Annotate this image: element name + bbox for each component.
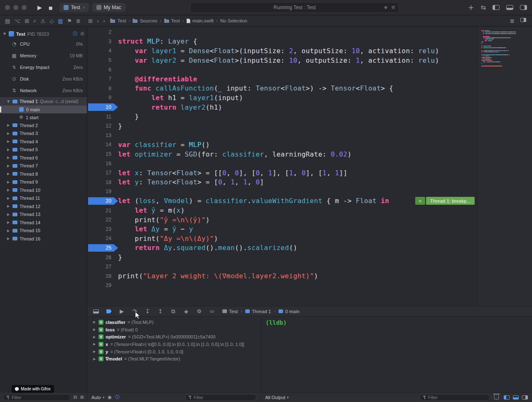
step-out-button[interactable]: ↥ xyxy=(157,308,164,315)
report-navigator-button[interactable]: ≣ xyxy=(76,18,81,24)
code-line-24[interactable]: 24 print("Δy =\n\(Δy)") xyxy=(87,234,477,243)
code-line-2[interactable]: 2 xyxy=(87,27,477,37)
sidebar-item-thread-7[interactable]: Thread 7 xyxy=(0,162,87,170)
breakpoint-marker[interactable]: 10 xyxy=(87,103,118,112)
disclosure-triangle-icon[interactable] xyxy=(92,328,96,331)
activate-breakpoints-button[interactable] xyxy=(105,308,113,315)
view-mode-button[interactable] xyxy=(80,395,84,400)
toggle-inspector-button[interactable] xyxy=(520,5,527,10)
code-line-18[interactable]: 18let y: Tensor<Float> = [0, 1, 1, 0] xyxy=(87,178,477,187)
code-line-14[interactable]: 14var classifier = MLP() xyxy=(87,140,477,150)
code-line-4[interactable]: 4 var layer1 = Dense<Float>(inputSize: 2… xyxy=(87,46,477,56)
breadcrumb-item[interactable]: Test xyxy=(110,18,126,23)
code-line-19[interactable]: 19 xyxy=(87,187,477,196)
sidebar-item-thread-5[interactable]: Thread 5 xyxy=(0,146,87,154)
code-line-8[interactable]: 8 func callAsFunction(_ input: Tensor<Fl… xyxy=(87,84,477,93)
toggle-debug-area-button[interactable] xyxy=(506,5,513,10)
disclosure-triangle-icon[interactable] xyxy=(92,342,96,346)
project-navigator-button[interactable]: ▤ xyxy=(5,18,10,24)
variable-row[interactable]: Voptimizer= (SGD<Test.MLP>) 0x000000011c… xyxy=(87,333,261,341)
code-line-7[interactable]: 7 @differentiable xyxy=(87,74,477,84)
disclosure-triangle-icon[interactable] xyxy=(6,204,10,208)
sidebar-item-thread-15[interactable]: Thread 15 xyxy=(0,227,87,235)
editor-options-button[interactable] xyxy=(510,18,515,24)
debug-breadcrumb-item[interactable]: Thread 1 xyxy=(245,309,271,314)
breadcrumb-item[interactable]: No Selection xyxy=(220,18,247,23)
sidebar-item-thread-3[interactable]: Thread 3 xyxy=(0,130,87,138)
debug-view-hierarchy-button[interactable]: ⧉ xyxy=(170,308,177,315)
code-line-22[interactable]: 22 print("ŷ =\n\(ŷ)") xyxy=(87,215,477,225)
disclosure-triangle-icon[interactable] xyxy=(92,335,96,339)
stop-button[interactable] xyxy=(45,3,56,12)
breadcrumb-item[interactable]: Sources xyxy=(133,18,157,23)
sidebar-gauge-memory[interactable]: ▦Memory19 MB xyxy=(0,50,87,61)
console-output-selector[interactable]: All Output xyxy=(265,395,289,400)
scheme-selector[interactable]: Test xyxy=(59,3,89,12)
code-line-9[interactable]: 9 let h1 = layer1(input) xyxy=(87,93,477,103)
disclosure-triangle-icon[interactable] xyxy=(6,221,10,224)
breakpoint-marker[interactable]: 25 xyxy=(87,243,118,253)
debug-breadcrumb-item[interactable]: Test xyxy=(222,309,238,314)
code-line-10[interactable]: 10 return layer2(h1) xyxy=(87,103,477,112)
code-line-11[interactable]: 11 } xyxy=(87,112,477,121)
symbol-navigator-button[interactable]: ⊞ xyxy=(25,18,29,24)
debug-breadcrumb-item[interactable]: 0 main xyxy=(278,309,300,314)
source-editor[interactable]: 23struct MLP: Layer {4 var layer1 = Dens… xyxy=(87,27,477,306)
breakpoint-marker[interactable]: 20 xyxy=(87,196,118,206)
debug-navigator-button[interactable]: ▥ xyxy=(58,18,63,24)
variable-row[interactable]: Vloss= (Float) 0 xyxy=(87,326,261,333)
related-items-button[interactable] xyxy=(88,18,93,24)
code-line-5[interactable]: 5 var layer2 = Dense<Float>(inputSize: 1… xyxy=(87,56,477,65)
disclosure-triangle-icon[interactable] xyxy=(6,172,10,176)
variables-scope-selector[interactable]: Auto xyxy=(91,395,104,400)
sidebar-item-thread-9[interactable]: Thread 9 xyxy=(0,178,87,186)
sidebar-filter-field[interactable] xyxy=(3,394,71,401)
disclosure-triangle-icon[interactable] xyxy=(6,237,10,240)
breadcrumb-item[interactable]: main.swift xyxy=(187,18,214,23)
toggle-console-button[interactable] xyxy=(513,395,519,400)
disclosure-triangle-icon[interactable] xyxy=(92,320,96,324)
disclosure-triangle-icon[interactable] xyxy=(6,188,10,192)
sidebar-item-frame-1-start[interactable]: ⚙1 start xyxy=(0,113,87,121)
code-line-13[interactable]: 13 xyxy=(87,131,477,140)
console-filter-field[interactable] xyxy=(419,394,490,401)
variable-row[interactable]: Vy= (Tensor<Float>) [0.0, 1.0, 1.0, 0.0] xyxy=(87,348,261,355)
code-line-17[interactable]: 17let x: Tensor<Float> = [[0, 0], [0, 1]… xyxy=(87,168,477,178)
code-line-3[interactable]: 3struct MLP: Layer { xyxy=(87,37,477,47)
simulate-location-button[interactable]: ⇨ xyxy=(208,308,216,315)
sidebar-item-thread-14[interactable]: Thread 14 xyxy=(0,218,87,227)
sidebar-item-thread-13[interactable]: Thread 13 xyxy=(0,211,87,219)
destination-selector[interactable]: My Mac xyxy=(92,3,126,12)
run-button[interactable] xyxy=(34,3,45,12)
go-back-button[interactable]: ‹ xyxy=(97,18,99,24)
find-navigator-button[interactable]: ⌕ xyxy=(33,17,36,24)
zoom-window-button[interactable] xyxy=(22,5,27,10)
breakpoint-hit-annotation[interactable]: =Thread 1: breakp... xyxy=(415,197,475,205)
minimap[interactable] xyxy=(477,27,532,306)
code-line-23[interactable]: 23 let Δy = ŷ − y xyxy=(87,224,477,234)
sidebar-gauge-cpu[interactable]: ◔CPU0% xyxy=(0,38,87,50)
disclosure-triangle-icon[interactable] xyxy=(2,32,7,36)
breakpoint-navigator-button[interactable]: ⚑ xyxy=(67,18,72,24)
go-forward-button[interactable]: › xyxy=(103,18,105,24)
code-line-6[interactable]: 6 xyxy=(87,65,477,74)
disclosure-triangle-icon[interactable] xyxy=(6,156,10,159)
code-line-20[interactable]: 20let (loss, ∇model) = classifier.valueW… xyxy=(87,196,477,206)
info-icon[interactable] xyxy=(73,31,77,37)
variable-row[interactable]: Vclassifier= (Test.MLP) xyxy=(87,319,261,326)
disclosure-triangle-icon[interactable] xyxy=(6,100,10,103)
step-into-button[interactable]: ↧ xyxy=(144,308,151,315)
debug-memory-graph-button[interactable]: ◈ xyxy=(182,308,190,315)
environment-overrides-button[interactable]: ⚙ xyxy=(195,308,203,315)
clear-console-button[interactable] xyxy=(494,395,499,400)
options-icon[interactable] xyxy=(80,31,84,37)
sidebar-item-thread-12[interactable]: Thread 12 xyxy=(0,202,87,211)
test-navigator-button[interactable]: ◇ xyxy=(49,18,54,24)
continue-button[interactable]: ▶ xyxy=(118,308,126,315)
variable-info-button[interactable] xyxy=(115,394,120,400)
minimize-window-button[interactable] xyxy=(13,5,18,10)
disclosure-triangle-icon[interactable] xyxy=(6,196,10,200)
variable-row[interactable]: Vx= (Tensor<Float>) \n[[0.0, 0.0],\n [0.… xyxy=(87,341,261,348)
disclosure-triangle-icon[interactable] xyxy=(6,213,10,216)
issue-navigator-button[interactable]: ⚠ xyxy=(40,18,45,24)
